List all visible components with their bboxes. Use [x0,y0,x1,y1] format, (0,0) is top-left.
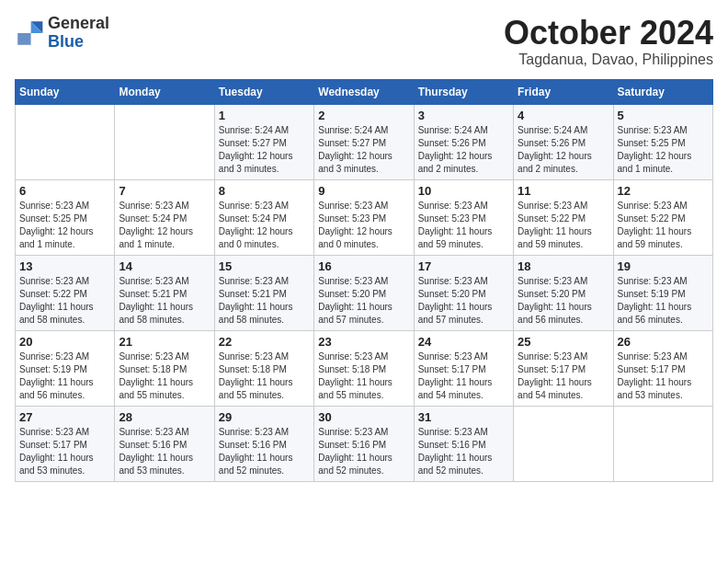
logo-text: General Blue [48,15,109,52]
day-number: 4 [518,109,609,122]
week-row-2: 6Sunrise: 5:23 AM Sunset: 5:25 PM Daylig… [16,179,713,255]
day-cell: 31Sunrise: 5:23 AM Sunset: 5:16 PM Dayli… [414,406,513,481]
day-cell: 5Sunrise: 5:23 AM Sunset: 5:25 PM Daylig… [613,104,712,179]
day-cell [115,104,214,179]
title-block: October 2024 Tagdanua, Davao, Philippine… [504,15,713,68]
day-number: 3 [418,109,509,122]
day-number: 12 [618,184,709,198]
day-number: 10 [418,184,509,198]
location-subtitle: Tagdanua, Davao, Philippines [504,52,713,68]
column-header-friday: Friday [514,79,613,104]
day-cell: 7Sunrise: 5:23 AM Sunset: 5:24 PM Daylig… [115,179,214,255]
day-number: 20 [19,335,110,349]
day-cell: 3Sunrise: 5:24 AM Sunset: 5:26 PM Daylig… [414,104,513,179]
logo-icon [15,18,44,48]
svg-marker-2 [17,33,30,45]
day-cell: 9Sunrise: 5:23 AM Sunset: 5:23 PM Daylig… [314,179,414,255]
day-number: 29 [219,410,310,424]
day-detail: Sunrise: 5:23 AM Sunset: 5:16 PM Dayligh… [119,426,210,477]
day-cell [16,104,115,179]
column-header-monday: Monday [115,79,214,104]
day-detail: Sunrise: 5:23 AM Sunset: 5:22 PM Dayligh… [618,200,709,251]
day-number: 1 [219,109,310,122]
day-detail: Sunrise: 5:23 AM Sunset: 5:25 PM Dayligh… [618,124,709,176]
day-cell: 20Sunrise: 5:23 AM Sunset: 5:19 PM Dayli… [16,330,115,406]
day-number: 9 [318,184,409,198]
day-cell: 14Sunrise: 5:23 AM Sunset: 5:21 PM Dayli… [115,255,214,330]
day-number: 23 [318,335,409,349]
day-cell: 13Sunrise: 5:23 AM Sunset: 5:22 PM Dayli… [16,255,115,330]
day-cell: 8Sunrise: 5:23 AM Sunset: 5:24 PM Daylig… [214,179,313,255]
day-number: 24 [418,335,509,349]
day-detail: Sunrise: 5:24 AM Sunset: 5:26 PM Dayligh… [418,124,509,176]
day-cell: 27Sunrise: 5:23 AM Sunset: 5:17 PM Dayli… [16,406,115,481]
day-cell: 17Sunrise: 5:23 AM Sunset: 5:20 PM Dayli… [414,255,513,330]
day-number: 17 [418,259,509,273]
day-number: 15 [219,259,310,273]
day-detail: Sunrise: 5:23 AM Sunset: 5:20 PM Dayligh… [318,275,409,327]
day-detail: Sunrise: 5:23 AM Sunset: 5:24 PM Dayligh… [219,200,310,251]
day-detail: Sunrise: 5:23 AM Sunset: 5:17 PM Dayligh… [518,350,609,402]
day-detail: Sunrise: 5:23 AM Sunset: 5:22 PM Dayligh… [19,275,110,327]
day-cell: 19Sunrise: 5:23 AM Sunset: 5:19 PM Dayli… [613,255,712,330]
day-detail: Sunrise: 5:23 AM Sunset: 5:18 PM Dayligh… [318,350,409,402]
day-detail: Sunrise: 5:23 AM Sunset: 5:18 PM Dayligh… [119,350,210,402]
day-cell: 30Sunrise: 5:23 AM Sunset: 5:16 PM Dayli… [314,406,414,481]
day-cell: 11Sunrise: 5:23 AM Sunset: 5:22 PM Dayli… [514,179,613,255]
day-cell: 16Sunrise: 5:23 AM Sunset: 5:20 PM Dayli… [314,255,414,330]
day-number: 22 [219,335,310,349]
header-row: SundayMondayTuesdayWednesdayThursdayFrid… [16,79,713,104]
day-number: 18 [518,259,609,273]
day-cell: 25Sunrise: 5:23 AM Sunset: 5:17 PM Dayli… [514,330,613,406]
day-cell: 21Sunrise: 5:23 AM Sunset: 5:18 PM Dayli… [115,330,214,406]
day-detail: Sunrise: 5:23 AM Sunset: 5:24 PM Dayligh… [119,200,210,251]
day-number: 5 [618,109,709,122]
day-cell [514,406,613,481]
day-cell: 10Sunrise: 5:23 AM Sunset: 5:23 PM Dayli… [414,179,513,255]
day-number: 31 [418,410,509,424]
day-detail: Sunrise: 5:23 AM Sunset: 5:18 PM Dayligh… [219,350,310,402]
day-detail: Sunrise: 5:23 AM Sunset: 5:22 PM Dayligh… [518,200,609,251]
logo: General Blue [15,15,109,52]
day-detail: Sunrise: 5:24 AM Sunset: 5:27 PM Dayligh… [318,124,409,176]
column-header-thursday: Thursday [414,79,513,104]
day-detail: Sunrise: 5:23 AM Sunset: 5:19 PM Dayligh… [618,275,709,327]
day-number: 16 [318,259,409,273]
day-cell: 12Sunrise: 5:23 AM Sunset: 5:22 PM Dayli… [613,179,712,255]
day-cell: 28Sunrise: 5:23 AM Sunset: 5:16 PM Dayli… [115,406,214,481]
day-cell: 2Sunrise: 5:24 AM Sunset: 5:27 PM Daylig… [314,104,414,179]
day-cell: 6Sunrise: 5:23 AM Sunset: 5:25 PM Daylig… [16,179,115,255]
day-number: 27 [19,410,110,424]
day-detail: Sunrise: 5:23 AM Sunset: 5:23 PM Dayligh… [418,200,509,251]
day-number: 11 [518,184,609,198]
day-cell: 1Sunrise: 5:24 AM Sunset: 5:27 PM Daylig… [214,104,313,179]
week-row-3: 13Sunrise: 5:23 AM Sunset: 5:22 PM Dayli… [16,255,713,330]
day-number: 28 [119,410,210,424]
column-header-wednesday: Wednesday [314,79,414,104]
day-number: 7 [119,184,210,198]
week-row-4: 20Sunrise: 5:23 AM Sunset: 5:19 PM Dayli… [16,330,713,406]
page-header: General Blue October 2024 Tagdanua, Dava… [15,15,713,68]
calendar-header: SundayMondayTuesdayWednesdayThursdayFrid… [16,79,713,104]
day-number: 26 [618,335,709,349]
day-number: 21 [119,335,210,349]
day-cell [613,406,712,481]
day-detail: Sunrise: 5:23 AM Sunset: 5:19 PM Dayligh… [19,350,110,402]
day-detail: Sunrise: 5:24 AM Sunset: 5:27 PM Dayligh… [219,124,310,176]
day-detail: Sunrise: 5:23 AM Sunset: 5:20 PM Dayligh… [518,275,609,327]
day-number: 25 [518,335,609,349]
day-detail: Sunrise: 5:23 AM Sunset: 5:21 PM Dayligh… [219,275,310,327]
day-cell: 22Sunrise: 5:23 AM Sunset: 5:18 PM Dayli… [214,330,313,406]
day-number: 13 [19,259,110,273]
day-cell: 24Sunrise: 5:23 AM Sunset: 5:17 PM Dayli… [414,330,513,406]
day-number: 2 [318,109,409,122]
column-header-saturday: Saturday [613,79,712,104]
day-cell: 26Sunrise: 5:23 AM Sunset: 5:17 PM Dayli… [613,330,712,406]
day-cell: 29Sunrise: 5:23 AM Sunset: 5:16 PM Dayli… [214,406,313,481]
day-number: 19 [618,259,709,273]
day-detail: Sunrise: 5:23 AM Sunset: 5:17 PM Dayligh… [418,350,509,402]
day-number: 30 [318,410,409,424]
day-detail: Sunrise: 5:23 AM Sunset: 5:21 PM Dayligh… [119,275,210,327]
day-number: 8 [219,184,310,198]
day-cell: 4Sunrise: 5:24 AM Sunset: 5:26 PM Daylig… [514,104,613,179]
